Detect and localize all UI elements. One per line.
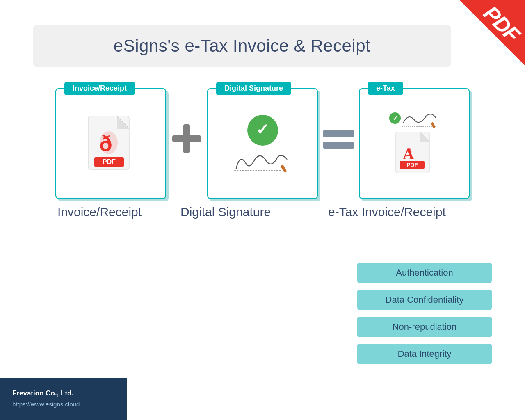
page-title: eSigns's e-Tax Invoice & Receipt [49, 36, 435, 56]
digital-label: Digital Signature [180, 205, 271, 219]
digital-signature-badge: Digital Signature [216, 82, 291, 95]
etax-badge: e-Tax [368, 82, 403, 95]
svg-text:A: A [403, 145, 414, 162]
pdf-ribbon-text: PDF [479, 1, 525, 47]
equals-operator [318, 130, 359, 149]
pdf-ribbon: PDF [459, 0, 525, 66]
etax-content: ✓ PDF A [388, 111, 441, 176]
svg-text:✓: ✓ [393, 115, 398, 122]
signature-svg [232, 150, 293, 172]
check-circle: ✓ [247, 115, 278, 146]
footer-url: https://www.esigns.cloud [12, 401, 115, 408]
etax-pdf-svg: PDF A [394, 131, 435, 176]
features-column: Authentication Data Confidentiality Non-… [357, 262, 492, 364]
data-confidentiality-badge: Data Confidentiality [357, 290, 492, 310]
svg-text:ð: ð [99, 132, 112, 155]
non-repudiation-badge: Non-repudiation [357, 317, 492, 337]
check-mark-icon: ✓ [256, 122, 269, 137]
equals-bar-top [323, 130, 354, 137]
equals-icon [323, 130, 354, 149]
plus-icon [170, 122, 203, 157]
cards-row: Invoice/Receipt ð PDF [21, 80, 504, 199]
svg-text:PDF: PDF [103, 158, 116, 165]
equals-bar-bottom [323, 142, 354, 149]
invoice-label-item: Invoice/Receipt [45, 205, 176, 219]
svg-rect-8 [281, 164, 287, 172]
authentication-badge: Authentication [357, 262, 492, 283]
svg-rect-6 [172, 135, 201, 142]
svg-text:PDF: PDF [406, 162, 418, 168]
etax-label-item: e-Tax Invoice/Receipt [316, 205, 480, 219]
invoice-label: Invoice/Receipt [57, 205, 142, 219]
main-title-box: eSigns's e-Tax Invoice & Receipt [33, 25, 451, 67]
invoice-card: Invoice/Receipt ð PDF [55, 88, 166, 199]
signature-content: ✓ [232, 115, 293, 172]
digital-label-item: Digital Signature [176, 205, 316, 219]
etax-label: e-Tax Invoice/Receipt [328, 205, 446, 219]
digital-signature-card: Digital Signature ✓ [207, 88, 318, 199]
footer-company: Frevation Co., Ltd. [12, 389, 115, 397]
invoice-badge: Invoice/Receipt [64, 82, 135, 95]
etax-card: e-Tax ✓ [359, 88, 470, 199]
data-integrity-badge: Data Integrity [357, 344, 492, 364]
svg-rect-13 [431, 122, 435, 128]
footer: Frevation Co., Ltd. https://www.esigns.c… [0, 378, 127, 420]
pdf-icon: ð PDF [86, 114, 135, 173]
labels-row: Invoice/Receipt Digital Signature e-Tax … [21, 205, 504, 219]
etax-signature-svg: ✓ [388, 111, 441, 129]
plus-operator [166, 122, 207, 157]
pdf-file-svg: ð PDF [86, 114, 135, 173]
